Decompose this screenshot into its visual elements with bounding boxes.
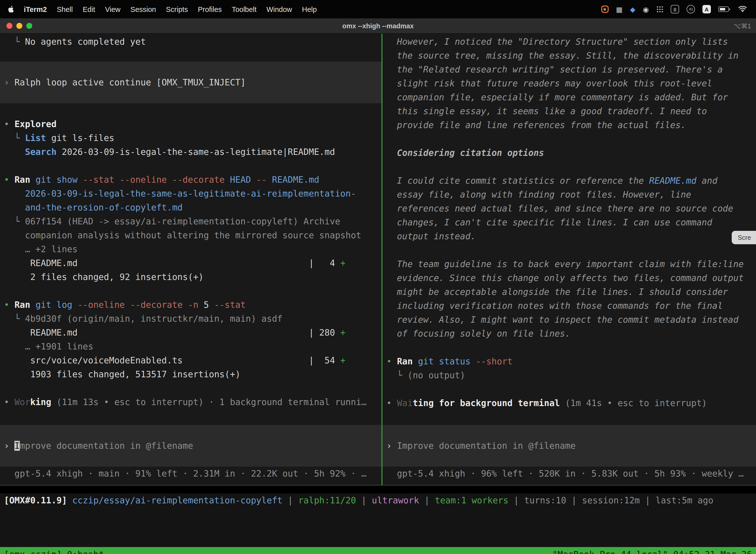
terminal-line: └ 4b9d30f (origin/main, instructkr/main,… — [0, 312, 381, 326]
text-segment: and — [696, 176, 717, 186]
omx-status-segment: | — [640, 495, 656, 505]
text-segment: No agents completed yet — [25, 37, 146, 47]
terminal-line: └ (no output) — [382, 368, 756, 382]
text-segment: Ran — [14, 175, 36, 185]
text-segment: Considering citation options — [386, 148, 544, 158]
left-terminal-pane[interactable]: └ No agents completed yet› Ralph loop ac… — [0, 34, 381, 485]
text-segment: and-the-erosion-of-copyleft.md — [4, 203, 183, 213]
menu-item-profiles[interactable]: Profiles — [193, 5, 227, 13]
right-terminal-pane[interactable]: However, I noticed the "Directory Struct… — [382, 34, 756, 485]
terminal-line: companion file, especially if more comme… — [382, 90, 756, 104]
terminal-line: output instead. — [382, 229, 756, 243]
text-segment: • — [4, 300, 14, 310]
terminal-line: provide file and line references from th… — [382, 118, 756, 132]
text-segment: provide file and line references from th… — [386, 120, 686, 130]
terminal-line: 1903 files changed, 513517 insertions(+) — [0, 367, 381, 381]
terminal-line: I could cite commit statistics or refere… — [382, 174, 756, 188]
menu-items: iTerm2ShellEditViewSessionScriptsProfile… — [19, 5, 322, 13]
model-status-line: gpt-5.4 xhigh · main · 91% left · 2.31M … — [0, 466, 381, 481]
terminal-line: The team guideline is to back every impo… — [382, 257, 756, 271]
text-segment: README.md — [649, 176, 696, 186]
text-segment: ting for background terminal — [413, 398, 560, 408]
text-segment: Ran — [397, 356, 418, 366]
text-segment: git show — [36, 175, 83, 185]
screen-recording-indicator-icon[interactable] — [601, 5, 609, 13]
menu-item-view[interactable]: View — [100, 5, 125, 13]
window-grid-icon[interactable]: ▦ — [616, 5, 623, 13]
composer-input[interactable]: › Improve documentation in @filename — [382, 425, 756, 466]
terminal-line: • Ran git show --stat --oneline --decora… — [0, 173, 381, 187]
minimize-window-button[interactable] — [16, 23, 22, 29]
text-segment: --short — [476, 356, 512, 366]
menu-item-iterm2[interactable]: iTerm2 — [19, 5, 52, 13]
text-segment: Explored — [14, 119, 57, 129]
text-segment: gpt-5.4 xhigh · 96% left · 520K in · 5.8… — [386, 468, 744, 479]
terminal-line: including verification notes with those … — [382, 299, 756, 313]
text-segment: essay file, along with finding root file… — [386, 189, 691, 200]
input-source-icon[interactable]: A — [702, 5, 711, 13]
composer-input[interactable]: › Improve documentation in @filename — [0, 425, 381, 466]
text-segment: + — [340, 328, 345, 338]
text-segment: The team guideline is to back every impo… — [386, 259, 744, 269]
text-segment: references need actual files, and since … — [386, 204, 733, 214]
omx-status-segment: last:5m ago — [655, 495, 713, 505]
menu-item-scripts[interactable]: Scripts — [161, 5, 193, 13]
tmux-shortcut-indicator: ⌥⌘1 — [734, 22, 756, 30]
omx-status-segment: [OMX#0.11.9] — [4, 495, 72, 505]
menu-item-window[interactable]: Window — [261, 5, 297, 13]
tmux-status-bar: [omx-cczip] 0:bash* "MacBook-Pro-44.loca… — [0, 547, 756, 554]
terminal-line: and-the-erosion-of-copyleft.md — [0, 201, 381, 214]
text-segment: List — [25, 133, 46, 143]
ralph-loop-banner: › Ralph loop active continue [OMX_TMUX_I… — [0, 62, 381, 103]
text-segment: … +1901 lines — [4, 341, 93, 351]
text-segment: + — [340, 258, 345, 268]
text-segment: 2 files changed, 92 insertions(+) — [4, 272, 204, 282]
omx-status-segment: turns:10 — [524, 495, 566, 505]
disc-app-icon[interactable]: ◉ — [643, 5, 649, 13]
terminal-line: 2026-03-09-is-legal-the-same-as-legitima… — [0, 187, 381, 201]
keypad-8-icon[interactable]: 8 — [671, 5, 679, 13]
text-segment: … +2 lines — [4, 244, 78, 254]
apple-menu-icon[interactable] — [8, 5, 15, 13]
terminal-line: … +1901 lines — [0, 340, 381, 353]
terminal-line: changes, I can't cite specific file line… — [382, 215, 756, 229]
meter-61-icon[interactable]: .61 — [687, 5, 695, 13]
text-segment: 2026-03-09-is-legal-the-same-as-legitima… — [57, 147, 335, 157]
reasoning-heading: Considering citation options — [382, 146, 756, 160]
text-segment: Ran — [14, 300, 36, 310]
menu-item-toolbelt[interactable]: Toolbelt — [227, 5, 261, 13]
omx-status-segment: ralph:11/20 — [298, 495, 356, 505]
terminal-line: • Explored — [0, 117, 381, 131]
terminal-line: companion analysis without altering the … — [0, 228, 381, 242]
menu-item-help[interactable]: Help — [297, 5, 322, 13]
menu-bar-status-icons: ▦◆◉8.61A — [601, 5, 750, 13]
text-segment: changes, I can't cite specific file line… — [386, 217, 712, 227]
menu-item-session[interactable]: Session — [126, 5, 161, 13]
screen: iTerm2ShellEditViewSessionScriptsProfile… — [0, 0, 756, 554]
terminal-line: └ List git ls-files — [0, 131, 381, 145]
battery-icon[interactable] — [718, 7, 729, 12]
omx-status-segment: ultrawork — [372, 495, 419, 505]
terminal-line: references need actual files, and since … — [382, 202, 756, 215]
menu-item-shell[interactable]: Shell — [52, 5, 78, 13]
window-title-bar[interactable]: omx --xhigh --madmax ⌥⌘1 — [0, 18, 756, 34]
terminal-line: Search 2026-03-09-is-legal-the-same-as-l… — [0, 145, 381, 159]
terminal-line: └ 067f154 (HEAD -> essay/ai-reimplementa… — [0, 214, 381, 228]
blue-app-icon[interactable]: ◆ — [630, 5, 635, 13]
dots-grid-icon[interactable] — [656, 6, 663, 13]
text-segment: 067f154 (HEAD -> essay/ai-reimplementati… — [25, 216, 340, 226]
terminal-line: 2 files changed, 92 insertions(+) — [0, 270, 381, 284]
text-segment: › — [386, 441, 397, 451]
text-segment: › — [4, 441, 14, 451]
text-segment: 4b9d30f (origin/main, instructkr/main, m… — [25, 314, 282, 324]
wifi-icon[interactable] — [738, 6, 747, 13]
zoom-window-button[interactable] — [26, 23, 32, 29]
text-segment: HEAD — [230, 175, 256, 185]
text-segment: companion file, especially if more comme… — [386, 92, 728, 102]
menu-item-edit[interactable]: Edit — [78, 5, 100, 13]
text-segment: Ralph loop active continue [OMX_TMUX_INJ… — [14, 77, 246, 88]
close-window-button[interactable] — [6, 23, 12, 29]
screen-share-overlay-tab[interactable]: Scre — [732, 231, 756, 244]
text-segment: 2026-03-09-is-legal-the-same-as-legitima… — [4, 189, 356, 199]
text-segment: README.md | 280 — [4, 328, 340, 338]
